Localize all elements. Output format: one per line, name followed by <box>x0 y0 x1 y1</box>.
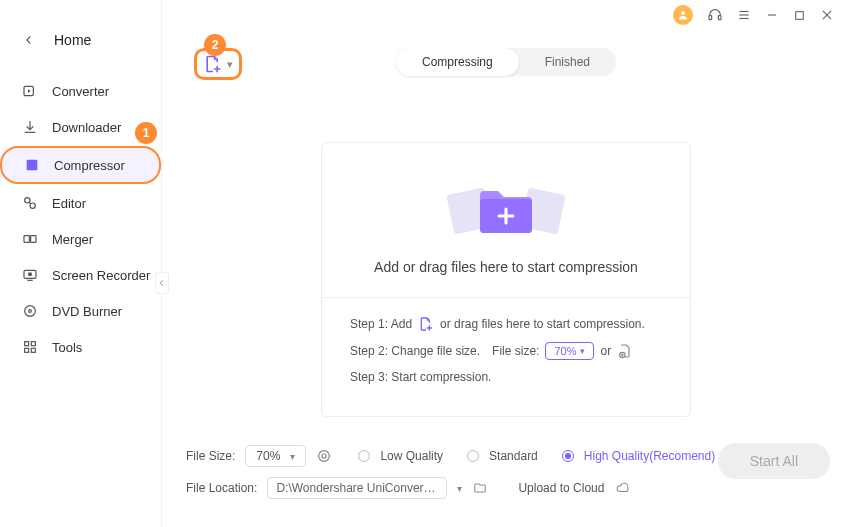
sidebar-item-label: Tools <box>52 340 82 355</box>
quality-label: Low Quality <box>380 449 443 463</box>
file-settings-icon[interactable] <box>617 343 633 359</box>
sidebar-item-label: Editor <box>52 196 86 211</box>
sidebar-item-editor[interactable]: Editor <box>0 186 161 220</box>
tab-label: Compressing <box>422 55 493 69</box>
svg-point-33 <box>322 454 326 458</box>
radio-standard[interactable] <box>467 450 479 462</box>
dvd-icon <box>22 303 38 319</box>
annotation-badge-1: 1 <box>135 122 157 144</box>
svg-point-18 <box>28 272 32 276</box>
step-3-row: Step 3: Start compression. <box>350 370 662 384</box>
cloud-icon[interactable] <box>614 481 632 495</box>
sidebar-item-converter[interactable]: Converter <box>0 74 161 108</box>
add-file-icon[interactable] <box>418 316 434 332</box>
step2-filesize-select[interactable]: 70% ▾ <box>545 342 594 360</box>
chevron-down-icon: ▾ <box>580 346 585 356</box>
menu-icon[interactable] <box>737 8 751 22</box>
editor-icon <box>22 195 38 211</box>
location-label: File Location: <box>186 481 257 495</box>
svg-line-14 <box>29 202 30 203</box>
filesize-label: File Size: <box>186 449 235 463</box>
sidebar: Home Converter Downloader Compressor Edi… <box>0 0 162 527</box>
bottom-row-location: File Location: D:\Wondershare UniConvert… <box>186 477 830 499</box>
select-value: 70% <box>256 449 280 463</box>
tab-label: Finished <box>545 55 590 69</box>
sidebar-item-label: Converter <box>52 84 109 99</box>
merger-icon <box>22 231 38 247</box>
filesize-select[interactable]: 70% ▾ <box>245 445 306 467</box>
svg-rect-24 <box>25 348 29 352</box>
radio-low-quality[interactable] <box>358 450 370 462</box>
converter-icon <box>22 83 38 99</box>
step-text: Step 1: Add <box>350 317 412 331</box>
sidebar-item-screen-recorder[interactable]: Screen Recorder <box>0 258 161 292</box>
step-text: or drag files here to start compression. <box>440 317 645 331</box>
svg-point-20 <box>25 306 36 317</box>
step-text: Step 3: Start compression. <box>350 370 491 384</box>
svg-rect-23 <box>31 342 35 346</box>
compressor-icon <box>24 157 40 173</box>
tab-finished[interactable]: Finished <box>519 48 616 76</box>
svg-rect-16 <box>31 236 36 243</box>
svg-point-0 <box>681 11 685 15</box>
svg-point-12 <box>25 198 30 203</box>
minimize-button[interactable] <box>765 8 779 22</box>
sidebar-item-label: Merger <box>52 232 93 247</box>
sidebar-item-label: Downloader <box>52 120 121 135</box>
svg-point-13 <box>30 203 35 208</box>
tab-compressing[interactable]: Compressing <box>396 48 519 76</box>
sidebar-item-compressor[interactable]: Compressor <box>0 146 161 184</box>
chevron-down-icon[interactable]: ▾ <box>457 483 462 494</box>
preview-icon[interactable] <box>316 448 332 464</box>
home-link[interactable]: Home <box>0 26 161 68</box>
status-tabs: Compressing Finished <box>396 48 616 76</box>
close-button[interactable] <box>820 8 834 22</box>
step-text: or <box>600 344 611 358</box>
step-1-row: Step 1: Add or drag files here to start … <box>350 316 662 332</box>
sidebar-item-dvd-burner[interactable]: DVD Burner <box>0 294 161 328</box>
headset-icon[interactable] <box>707 7 723 23</box>
start-all-button[interactable]: Start All <box>718 443 830 479</box>
radio-high-quality[interactable] <box>562 450 574 462</box>
upload-cloud-label: Upload to Cloud <box>518 481 604 495</box>
location-value: D:\Wondershare UniConverter 1 <box>276 481 447 495</box>
sidebar-item-label: Screen Recorder <box>52 268 150 283</box>
quality-label: Standard <box>489 449 538 463</box>
svg-rect-22 <box>25 342 29 346</box>
sidebar-item-merger[interactable]: Merger <box>0 222 161 256</box>
avatar-icon[interactable] <box>673 5 693 25</box>
step-text: File size: <box>492 344 539 358</box>
svg-rect-11 <box>27 160 38 171</box>
chevron-down-icon: ▾ <box>290 451 295 462</box>
svg-rect-25 <box>31 348 35 352</box>
add-file-icon <box>203 54 223 74</box>
divider <box>322 297 690 298</box>
dropzone-title: Add or drag files here to start compress… <box>350 259 662 275</box>
downloader-icon <box>22 119 38 135</box>
home-label: Home <box>54 32 91 48</box>
quality-label: High Quality(Recomend) <box>584 449 715 463</box>
chevron-down-icon: ▾ <box>227 58 233 71</box>
maximize-button[interactable] <box>793 9 806 22</box>
svg-rect-1 <box>709 16 712 20</box>
recorder-icon <box>22 267 38 283</box>
open-folder-icon[interactable] <box>472 481 488 495</box>
svg-rect-15 <box>24 236 29 243</box>
sidebar-item-tools[interactable]: Tools <box>0 330 161 364</box>
svg-rect-2 <box>718 16 721 20</box>
svg-rect-7 <box>796 11 804 19</box>
location-input[interactable]: D:\Wondershare UniConverter 1 <box>267 477 447 499</box>
folder-illustration <box>350 169 662 243</box>
sidebar-item-label: DVD Burner <box>52 304 122 319</box>
tools-icon <box>22 339 38 355</box>
select-value: 70% <box>554 345 576 357</box>
step-2-row: Step 2: Change file size. File size: 70%… <box>350 342 662 360</box>
button-label: Start All <box>750 453 798 469</box>
annotation-badge-2: 2 <box>204 34 226 56</box>
drop-card[interactable]: Add or drag files here to start compress… <box>321 142 691 417</box>
sidebar-item-label: Compressor <box>54 158 125 173</box>
svg-point-32 <box>319 451 330 462</box>
back-icon <box>24 34 34 46</box>
bottom-row-filesize: File Size: 70% ▾ Low Quality Standard Hi… <box>186 445 830 467</box>
svg-point-21 <box>29 310 32 313</box>
